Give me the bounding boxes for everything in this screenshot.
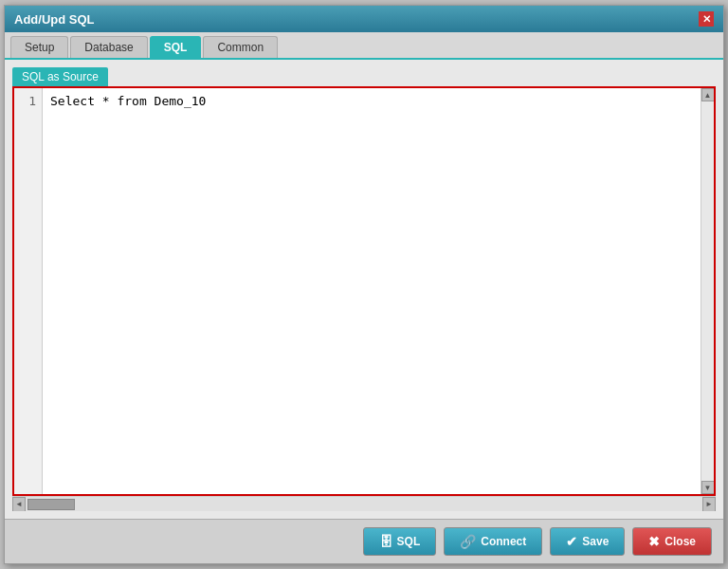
dialog-window: Add/Upd SQL ✕ Setup Database SQL Common … (4, 5, 724, 564)
scroll-up-arrow[interactable]: ▲ (701, 88, 715, 101)
close-window-icon: ✕ (702, 13, 711, 26)
save-icon: ✔ (566, 534, 577, 549)
tab-database[interactable]: Database (70, 36, 147, 58)
scroll-bottom-track (77, 497, 702, 511)
content-area: SQL as Source 1 Select * from Demo_10 ▲ … (5, 60, 723, 519)
scroll-thumb[interactable] (27, 499, 75, 510)
tabs-row: Setup Database SQL Common (5, 32, 723, 60)
code-editor[interactable]: Select * from Demo_10 (43, 88, 701, 494)
sql-source-label: SQL as Source (12, 67, 108, 86)
editor-container: 1 Select * from Demo_10 ▲ ▼ (12, 86, 716, 496)
sql-icon: 🗄 (379, 534, 392, 549)
window-close-button[interactable]: ✕ (699, 11, 714, 27)
sql-button[interactable]: 🗄 SQL (363, 527, 437, 556)
scroll-down-arrow[interactable]: ▼ (701, 481, 715, 494)
vertical-scrollbar[interactable]: ▲ ▼ (701, 88, 714, 494)
tab-setup[interactable]: Setup (10, 36, 68, 58)
tab-sql[interactable]: SQL (150, 36, 202, 58)
scroll-right-arrow[interactable]: ► (702, 497, 716, 512)
save-button[interactable]: ✔ Save (550, 527, 625, 556)
dialog-title: Add/Upd SQL (14, 12, 95, 27)
connect-icon: 🔗 (460, 534, 476, 549)
editor-wrapper: 1 Select * from Demo_10 ▲ ▼ ◄ ► (12, 86, 716, 511)
close-icon: ✖ (648, 534, 660, 549)
footer-buttons: 🗄 SQL 🔗 Connect ✔ Save ✖ Close (5, 519, 723, 563)
scroll-track (701, 101, 714, 481)
scroll-left-arrow[interactable]: ◄ (12, 497, 26, 512)
close-button[interactable]: ✖ Close (632, 527, 712, 556)
line-number-1: 1 (28, 94, 36, 108)
title-bar: Add/Upd SQL ✕ (5, 6, 723, 32)
horizontal-scrollbar[interactable]: ◄ ► (12, 496, 716, 511)
tab-common[interactable]: Common (203, 36, 278, 58)
line-numbers: 1 (14, 88, 43, 494)
connect-button[interactable]: 🔗 Connect (444, 527, 542, 556)
